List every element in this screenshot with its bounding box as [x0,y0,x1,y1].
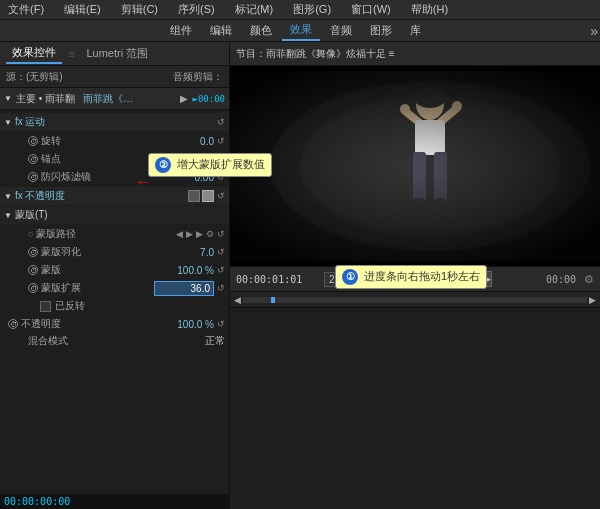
fx-label: fx 运动 [15,115,46,129]
reset-opacity-icon[interactable]: ↺ [217,191,225,201]
clip-name: 雨菲跳《… [83,92,133,106]
bottom-opacity-value[interactable]: 100.0 % [154,319,214,330]
opacity-color-swatch1[interactable] [188,190,200,202]
mask-opacity-value[interactable]: 100.0 % [154,265,214,276]
mask-path-label: 蒙版路径 [36,227,173,241]
scrub-right-icon[interactable]: ▶ [589,295,596,305]
settings-icon[interactable]: ⚙ [584,273,594,286]
callout-1-number: ① [342,269,358,285]
main-layout: 效果控件 ≡ Lumetri 范围 源：(无剪辑) 音频剪辑： ▼ 主要 • 雨… [0,42,600,509]
play-btn[interactable]: ▶ [180,93,188,104]
triangle-mask: ▼ [4,211,12,220]
svg-rect-14 [230,71,600,261]
mask-opacity-row: ⏱ 蒙版 100.0 % ↺ [0,261,229,279]
master-label: 主要 • 雨菲翻 [16,92,75,106]
bottom-opacity-reset[interactable]: ↺ [217,319,225,329]
panel-tab-sep: ≡ [68,48,74,60]
opacity-section[interactable]: ▼ fx 不透明度 ↺ [0,187,229,205]
menu-item-clip[interactable]: 剪辑(C) [117,2,162,17]
toolbar-tab-edit[interactable]: 编辑 [202,21,240,40]
rotation-row: ⏱ 旋转 0.0 ↺ [0,132,229,150]
menu-item-sequence[interactable]: 序列(S) [174,2,219,17]
stopwatch-mask-opacity[interactable]: ⏱ [28,265,38,275]
menu-item-graphics[interactable]: 图形(G) [289,2,335,17]
mask-path-next[interactable]: ▶ [186,229,193,239]
preview-header: 节目：雨菲翻跳《舞像》炫福十足 ≡ [230,42,600,66]
bottom-opacity-label: 不透明度 [21,317,151,331]
callout-1: ① 进度条向右拖动1秒左右 [335,265,487,289]
mask-feather-label: 蒙版羽化 [41,245,151,259]
blend-value[interactable]: 正常 [205,334,225,348]
mask-label: 蒙版(T) [15,208,48,222]
toolbar-tab-assembly[interactable]: 组件 [162,21,200,40]
stopwatch-mask-expand[interactable]: ⏱ [28,283,38,293]
rotation-label: 旋转 [41,134,151,148]
mask-feather-row: ⏱ 蒙版羽化 7.0 ↺ [0,243,229,261]
mask-expand-value[interactable]: 36.0 [154,281,214,296]
menu-item-window[interactable]: 窗口(W) [347,2,395,17]
mask-path-icon: ○ [28,229,33,239]
toolbar-more-icon[interactable]: » [590,23,598,39]
scrub-bar: ◀ ▶ [230,292,600,308]
triangle-motion: ▼ [4,118,12,127]
stopwatch-bottom-opacity[interactable]: ⏱ [8,319,18,329]
stopwatch-anchor[interactable]: ⏱ [28,154,38,164]
opacity-color-swatch2[interactable] [202,190,214,202]
mask-opacity-label: 蒙版 [41,263,151,277]
scrub-handle[interactable] [271,297,275,303]
toolbar-tab-color[interactable]: 颜色 [242,21,280,40]
toolbar-tab-audio[interactable]: 音频 [322,21,360,40]
mask-path-reset[interactable]: ↺ [217,229,225,239]
mask-path-settings[interactable]: ⚙ [206,229,214,239]
triangle-master[interactable]: ▼ [4,94,12,103]
bottom-opacity-row: ⏱ 不透明度 100.0 % ↺ [0,315,229,333]
scrub-left-icon[interactable]: ◀ [234,295,241,305]
blend-mode-row: 混合模式 正常 [0,333,229,349]
mask-expand-reset[interactable]: ↺ [217,283,225,293]
mask-path-add[interactable]: ▶ [196,229,203,239]
audio-clip-label: 音频剪辑： [173,70,223,84]
mask-path-prev[interactable]: ◀ [176,229,183,239]
opacity-fx-label: fx 不透明度 [15,189,66,203]
time-code-top: ►00:00 [192,94,225,104]
toolbar-tab-effects[interactable]: 效果 [282,20,320,41]
toolbar-tab-graphics[interactable]: 图形 [362,21,400,40]
callout-2: ② 增大蒙版扩展数值 [148,153,272,177]
rotation-value[interactable]: 0.0 [154,136,214,147]
menu-item-help[interactable]: 帮助(H) [407,2,452,17]
motion-section[interactable]: ▼ fx 运动 ↺ [0,113,229,131]
mask-opacity-reset[interactable]: ↺ [217,265,225,275]
mask-path-row: ○ 蒙版路径 ◀ ▶ ▶ ⚙ ↺ [0,225,229,243]
preview-area [230,66,600,266]
preview-image [230,71,600,261]
stopwatch-feather[interactable]: ⏱ [28,247,38,257]
effects-control-tab[interactable]: 效果控件 [6,43,62,64]
stopwatch-rotation[interactable]: ⏱ [28,136,38,146]
invert-checkbox[interactable] [40,301,51,312]
rotation-reset[interactable]: ↺ [217,136,225,146]
mask-section[interactable]: ▼ 蒙版(T) [0,206,229,224]
menu-item-file[interactable]: 文件(F) [4,2,48,17]
toolbar-tab-library[interactable]: 库 [402,21,429,40]
main-toolbar: 组件 编辑 颜色 效果 音频 图形 库 » [0,20,600,42]
source-label: 源：(无剪辑) [6,70,63,84]
lumetri-tab[interactable]: Lumetri 范围 [80,44,154,63]
time-display-bottom: 00:00:00:00 [0,494,229,509]
timecode-display[interactable]: 00:00:01:01 [236,274,302,285]
callout-2-text: 增大蒙版扩展数值 [177,158,265,170]
reset-motion-icon[interactable]: ↺ [217,117,225,127]
menu-item-marker[interactable]: 标记(M) [231,2,278,17]
time-code-bottom: 00:00:00:00 [4,496,70,507]
preview-svg [230,71,600,261]
master-section: ▼ 主要 • 雨菲翻 雨菲跳《… ▶ ►00:00 [0,88,229,110]
scrub-track[interactable] [243,297,587,303]
anchor-label: 锚点 [41,152,151,166]
mask-expand-row: ⏱ 蒙版扩展 36.0 ↺ [0,279,229,297]
mask-feather-reset[interactable]: ↺ [217,247,225,257]
left-panel-effects: 效果控件 ≡ Lumetri 范围 源：(无剪辑) 音频剪辑： ▼ 主要 • 雨… [0,42,230,509]
stopwatch-flicker[interactable]: ⏱ [28,172,38,182]
mask-feather-value[interactable]: 7.0 [154,247,214,258]
preview-title: 节目：雨菲翻跳《舞像》炫福十足 ≡ [236,47,395,61]
menu-item-edit[interactable]: 编辑(E) [60,2,105,17]
blend-label: 混合模式 [16,334,202,348]
